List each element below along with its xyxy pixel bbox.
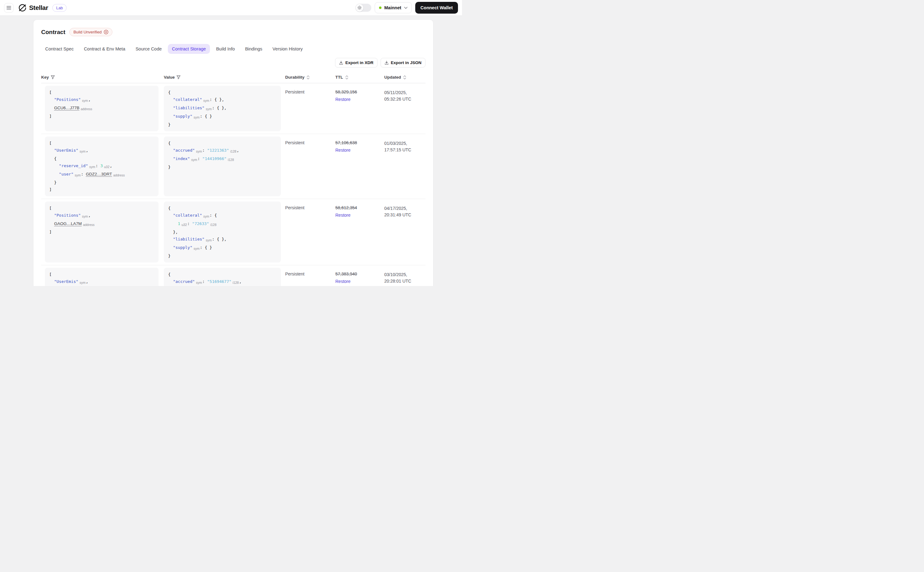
code-number: 3 xyxy=(100,163,103,168)
code-punct xyxy=(168,213,173,218)
code-punct xyxy=(168,156,173,161)
column-header-key[interactable]: Key xyxy=(41,72,164,83)
code-line: [ xyxy=(49,140,154,147)
code-punct: } xyxy=(49,180,56,185)
updated-time: 20:31:49 UTC xyxy=(384,212,425,218)
tab-contract-env-meta[interactable]: Contract & Env Meta xyxy=(80,44,129,54)
storage-table-row: [ "Positions"sym, GAOG…LA7Maddress]{ "co… xyxy=(41,199,425,265)
table-header: KeyValueDurabilityTTLUpdated xyxy=(41,72,425,83)
code-punct xyxy=(49,148,54,152)
column-header-value[interactable]: Value xyxy=(164,72,285,83)
network-select[interactable]: Mainnet xyxy=(375,2,412,13)
column-header-ttl[interactable]: TTL xyxy=(335,72,384,83)
value-code-block: { "accrued"sym: "51694677"i128, "index"s… xyxy=(164,268,281,286)
restore-link[interactable]: Restore xyxy=(335,279,384,284)
lab-badge: Lab xyxy=(52,4,67,12)
code-line: "accrued"sym: "51694677"i128, xyxy=(168,278,277,286)
code-key: "user" xyxy=(59,172,73,176)
tab-source-code[interactable]: Source Code xyxy=(132,44,166,54)
ttl-cell: 57,106,638Restore xyxy=(335,134,384,199)
sort-icon[interactable] xyxy=(306,75,310,79)
updated-time: 20:28:01 UTC xyxy=(384,278,425,284)
storage-table-row: [ "Positions"sym, GCU6…J77Baddress]{ "co… xyxy=(41,83,425,134)
theme-toggle[interactable] xyxy=(355,4,371,12)
code-type-label: i128 xyxy=(228,158,234,162)
sort-icon[interactable] xyxy=(403,75,407,79)
theme-knob xyxy=(355,4,364,12)
export-xdr-button[interactable]: Export in XDR xyxy=(335,58,378,67)
column-header-updated[interactable]: Updated xyxy=(384,72,425,83)
brand-logo[interactable]: Stellar Lab xyxy=(18,4,67,12)
code-line: "liabilities"sym: { }, xyxy=(168,104,277,113)
export-json-button[interactable]: Export in JSON xyxy=(381,58,425,67)
address-link[interactable]: GAOG…LA7M xyxy=(54,221,82,226)
code-line: "Positions"sym, xyxy=(49,212,154,220)
address-link[interactable]: GCU6…J77B xyxy=(54,106,79,110)
network-status-dot xyxy=(379,6,381,9)
code-line: "liabilities"sym: { }, xyxy=(168,236,277,244)
code-line: [ xyxy=(49,89,154,96)
code-punct: { xyxy=(168,90,171,95)
code-punct: , xyxy=(86,148,88,152)
restore-link[interactable]: Restore xyxy=(335,97,384,102)
updated-date: 04/17/2025, xyxy=(384,205,425,212)
menu-button[interactable] xyxy=(4,3,14,13)
code-punct: [ xyxy=(49,141,52,146)
code-punct xyxy=(49,106,54,110)
code-punct: }, xyxy=(168,230,178,234)
tab-contract-spec[interactable]: Contract Spec xyxy=(41,44,78,54)
ttl-value: 57,106,638 xyxy=(335,140,357,145)
durability-cell: Persistent xyxy=(285,83,335,134)
column-header-durability[interactable]: Durability xyxy=(285,72,335,83)
tab-bindings[interactable]: Bindings xyxy=(241,44,266,54)
ttl-value: 57,383,940 xyxy=(335,272,357,277)
code-punct xyxy=(49,279,54,284)
restore-link[interactable]: Restore xyxy=(335,148,384,152)
tab-build-info[interactable]: Build Info xyxy=(212,44,239,54)
code-punct: : { }, xyxy=(212,106,227,110)
code-line: [ xyxy=(49,205,154,212)
code-punct: } xyxy=(168,253,171,258)
code-type-label: address xyxy=(83,223,95,227)
build-unverified-badge[interactable]: Build Unverified xyxy=(69,28,112,36)
ttl-value: 58,612,354 xyxy=(335,205,357,210)
code-line: "UserEmis"sym, xyxy=(49,147,154,155)
ttl-cell: 57,383,940Restore xyxy=(335,265,384,286)
code-punct: ] xyxy=(49,114,52,118)
code-type-label: sym xyxy=(82,214,88,218)
code-punct xyxy=(49,221,54,226)
column-label: TTL xyxy=(335,75,343,79)
code-string: "72633" xyxy=(192,221,209,226)
updated-date: 05/11/2025, xyxy=(384,89,425,96)
code-key: "accrued" xyxy=(173,148,195,152)
code-punct xyxy=(168,279,173,284)
column-label: Durability xyxy=(285,75,304,79)
code-line: { xyxy=(168,205,277,212)
code-punct: [ xyxy=(49,272,52,277)
code-type-label: address xyxy=(114,173,125,177)
filter-icon[interactable] xyxy=(51,75,55,79)
filter-icon[interactable] xyxy=(176,75,180,79)
contract-card: Contract Build Unverified Contract SpecC… xyxy=(33,20,434,286)
restore-link[interactable]: Restore xyxy=(335,213,384,218)
code-type-label: sym xyxy=(82,99,88,103)
code-punct xyxy=(168,245,173,250)
updated-cell: 04/17/2025,20:31:49 UTC xyxy=(384,199,425,265)
code-type-label: sym xyxy=(79,281,86,284)
sort-icon[interactable] xyxy=(345,75,348,79)
tab-version-history[interactable]: Version History xyxy=(269,44,307,54)
tab-contract-storage[interactable]: Contract Storage xyxy=(168,44,210,54)
code-line: } xyxy=(168,163,277,171)
code-number: 1 xyxy=(178,221,180,226)
code-line: } xyxy=(49,179,154,186)
connect-wallet-button[interactable]: Connect Wallet xyxy=(415,2,458,14)
code-line: { xyxy=(49,155,154,162)
address-link[interactable]: GDZ2…3DRT xyxy=(86,172,112,176)
code-line: { xyxy=(168,271,277,278)
app-header: Stellar Lab Mainnet xyxy=(0,0,462,16)
updated-date: 03/10/2025, xyxy=(384,272,425,278)
code-type-label: address xyxy=(81,107,92,111)
code-line: }, xyxy=(168,228,277,236)
code-punct: , xyxy=(239,279,241,284)
code-punct: , xyxy=(110,163,112,168)
